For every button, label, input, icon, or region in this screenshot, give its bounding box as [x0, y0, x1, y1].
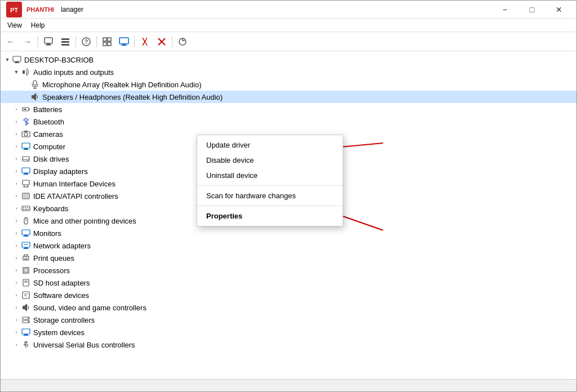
ctx-uninstall-device[interactable]: Uninstall device — [197, 168, 343, 183]
maximize-button[interactable]: □ — [519, 1, 545, 19]
minimize-button[interactable]: − — [492, 1, 518, 19]
computer-icon — [21, 141, 31, 152]
content-area[interactable]: ▼ DESKTOP-B3CRIOB ▼ Audio inputs and out… — [1, 51, 576, 379]
svg-rect-35 — [24, 131, 28, 132]
ctx-update-driver[interactable]: Update driver — [197, 137, 343, 153]
bluetooth-icon — [21, 117, 31, 127]
expand-icon-audio: ▼ — [12, 68, 21, 77]
expand-icon-print: › — [12, 253, 21, 262]
display-label: Display adapters — [33, 167, 88, 176]
menu-view[interactable]: View — [3, 20, 26, 30]
help-icon-btn[interactable]: ? — [78, 34, 94, 50]
svg-rect-32 — [24, 109, 26, 110]
svg-rect-80 — [23, 306, 25, 309]
tree-item-sd[interactable]: › SD host adapters — [1, 277, 576, 289]
svg-rect-2 — [45, 38, 52, 43]
tree-item-software[interactable]: › Software devices — [1, 289, 576, 301]
svg-rect-25 — [23, 70, 25, 74]
delete-icon-btn[interactable] — [154, 34, 170, 50]
svg-rect-4 — [46, 44, 51, 46]
forward-button[interactable]: → — [20, 34, 35, 50]
close-button[interactable]: ✕ — [546, 1, 572, 19]
tree-item-processors[interactable]: › Processors — [1, 264, 576, 277]
svg-rect-61 — [22, 230, 30, 235]
svg-rect-24 — [14, 63, 20, 63]
ctx-properties[interactable]: Properties — [197, 208, 343, 224]
print-label: Print queues — [33, 254, 74, 262]
batteries-icon — [21, 104, 31, 114]
svg-rect-16 — [121, 45, 127, 46]
network-icon — [21, 240, 31, 251]
display-icon — [21, 166, 31, 176]
expand-icon-sd: › — [12, 278, 21, 287]
bluetooth-label: Bluetooth — [33, 118, 64, 126]
device-manager-window: PT PHANTHI lanager − □ ✕ View Help ← → ? — [0, 0, 577, 392]
ide-icon — [21, 191, 31, 201]
tree-item-usb[interactable]: › Universal Serial Bus controllers — [1, 338, 576, 351]
toolbar-separator-3 — [96, 36, 97, 47]
tree-item-bluetooth[interactable]: › Bluetooth — [1, 115, 576, 128]
menu-help[interactable]: Help — [26, 20, 50, 30]
svg-point-41 — [27, 161, 28, 162]
svg-rect-66 — [23, 248, 29, 249]
svg-rect-44 — [23, 174, 29, 175]
tree-item-batteries[interactable]: › Batteries — [1, 103, 576, 115]
storage-label: Storage controllers — [33, 316, 95, 324]
system-label: System devices — [33, 328, 85, 337]
expand-icon-cameras: › — [12, 130, 21, 139]
root-icon — [12, 55, 22, 65]
expand-icon-processors: › — [12, 266, 21, 275]
list-icon-btn[interactable] — [57, 34, 73, 50]
back-button[interactable]: ← — [3, 34, 19, 50]
svg-rect-14 — [119, 38, 128, 44]
svg-rect-31 — [29, 109, 30, 110]
tree-item-storage[interactable]: › Storage controllers — [1, 314, 576, 326]
system-icon — [21, 327, 31, 337]
svg-rect-63 — [23, 236, 29, 237]
audio-icon — [21, 67, 31, 77]
computer-icon-btn[interactable] — [41, 34, 56, 50]
expand-icon-sound: › — [12, 303, 21, 312]
status-bar — [1, 379, 576, 391]
tree-item-speakers[interactable]: Speakers / Headphones (Realtek High Defi… — [1, 91, 576, 103]
cut-icon-btn[interactable] — [137, 34, 153, 50]
sd-icon — [21, 278, 31, 288]
ctx-scan-hardware[interactable]: Scan for hardware changes — [197, 188, 343, 203]
tree-item-network[interactable]: › Network adapters — [1, 239, 576, 252]
tree-item-monitors[interactable]: › Monitors — [1, 227, 576, 239]
svg-rect-77 — [23, 292, 29, 299]
app-logo: PT — [5, 1, 23, 19]
software-label: Software devices — [33, 291, 89, 300]
expand-icon-root: ▼ — [3, 55, 12, 64]
svg-rect-10 — [103, 38, 106, 41]
ctx-separator-2 — [197, 206, 343, 206]
svg-rect-29 — [32, 95, 34, 99]
monitors-icon — [21, 228, 31, 238]
tree-item-print[interactable]: › Print queues — [1, 252, 576, 264]
svg-rect-42 — [22, 168, 30, 173]
menu-bar: View Help — [1, 19, 576, 32]
svg-rect-22 — [13, 56, 21, 61]
tree-item-root[interactable]: ▼ DESKTOP-B3CRIOB — [1, 54, 576, 66]
svg-rect-37 — [24, 148, 28, 149]
ctx-separator-1 — [197, 185, 343, 186]
refresh-icon-btn[interactable] — [175, 34, 190, 50]
svg-text:?: ? — [85, 39, 88, 45]
sd-label: SD host adapters — [33, 279, 90, 287]
svg-rect-74 — [23, 279, 29, 286]
ctx-disable-device[interactable]: Disable device — [197, 153, 343, 168]
window-title: lanager — [61, 6, 492, 14]
monitor-icon-btn[interactable] — [116, 34, 132, 50]
tree-item-microphone[interactable]: Microphone Array (Realtek High Definitio… — [1, 78, 576, 91]
svg-rect-53 — [22, 206, 30, 211]
svg-rect-71 — [24, 259, 28, 260]
tree-item-system[interactable]: › System devices — [1, 326, 576, 338]
tree-item-audio[interactable]: ▼ Audio inputs and outputs — [1, 66, 576, 78]
svg-rect-70 — [24, 258, 28, 259]
svg-rect-39 — [23, 157, 29, 161]
scan-icon-btn[interactable] — [99, 34, 115, 50]
svg-rect-87 — [23, 335, 29, 336]
tree-item-sound[interactable]: › Sound, video and game controllers — [1, 301, 576, 314]
processors-label: Processors — [33, 266, 70, 275]
mice-icon — [21, 216, 31, 226]
